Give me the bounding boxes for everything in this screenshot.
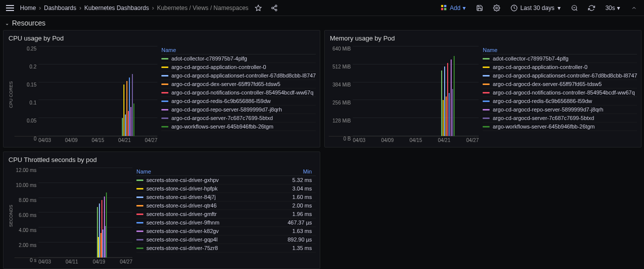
svg-marker-0	[256, 5, 262, 10]
chart-area[interactable]: SECONDS0 s2.00 ms4.00 ms6.00 ms8.00 ms10…	[7, 168, 132, 264]
legend-series-name[interactable]: argo-cd-argocd-dex-server-65ff97fd65-tds…	[171, 81, 316, 87]
legend-series-name[interactable]: argo-cd-argocd-dex-server-65ff97fd65-tds…	[493, 81, 637, 87]
save-icon[interactable]	[474, 2, 486, 14]
legend-series-name[interactable]: argo-cd-argocd-applicationset-controller…	[493, 72, 637, 78]
share-icon[interactable]	[268, 2, 280, 14]
panel-title[interactable]: CPU Throttled seconds by pod	[3, 152, 320, 166]
legend: NameMinsecrets-store-csi-driver-gxhpv5.3…	[136, 168, 316, 264]
legend-row[interactable]: argo-cd-argocd-redis-6c9b656886-l59dw	[161, 97, 316, 106]
legend-col-name[interactable]: Name	[483, 47, 637, 53]
legend-series-name[interactable]: secrets-store-csi-driver-hpfpk	[146, 186, 278, 192]
legend-series-name[interactable]: secrets-store-csi-driver-gqp4l	[146, 236, 278, 242]
chart-area[interactable]: CPU CORES00.050.10.150.20.2504/0304/0904…	[7, 46, 157, 143]
legend-row[interactable]: argo-cd-argocd-applicationset-controller…	[483, 72, 637, 80]
refresh-interval-button[interactable]: 30s ▾	[603, 4, 623, 12]
panel-title[interactable]: Memory usage by Pod	[325, 30, 641, 44]
add-panel-button[interactable]: Add ▾	[438, 4, 468, 12]
legend-series-name[interactable]: argo-workflows-server-645b946fbb-26tgm	[171, 124, 316, 130]
x-tick-label: 04/27	[120, 259, 132, 264]
y-ticks: 0 B128 MiB256 MiB384 MiB512 MiB640 MiB	[329, 46, 353, 136]
legend-row[interactable]: argo-cd-argocd-dex-server-65ff97fd65-tds…	[483, 80, 637, 88]
legend-series-name[interactable]: argo-cd-argocd-repo-server-5899999d7-j8q…	[171, 106, 316, 112]
plot-area[interactable]: 00.050.10.150.20.25	[14, 46, 157, 136]
legend-series-name[interactable]: secrets-store-csi-driver-84j7j	[146, 194, 278, 200]
legend-series-name[interactable]: adot-collector-c789975b7-4plfg	[493, 56, 637, 62]
legend-series-name[interactable]: secrets-store-csi-driver-gxhpv	[146, 177, 278, 183]
legend-series-name[interactable]: argo-cd-argocd-redis-6c9b656886-l59dw	[493, 98, 637, 104]
legend-series-name[interactable]: argo-cd-argocd-notifications-controller-…	[493, 90, 637, 96]
section-row-resources[interactable]: ⌄ Resources	[0, 16, 644, 30]
time-range-button[interactable]: Last 30 days ▾	[508, 4, 564, 12]
legend-row[interactable]: argo-cd-argocd-server-7c687c7699-5btxd	[483, 114, 637, 122]
legend-col-min[interactable]: Min	[281, 168, 316, 174]
legend-series-name[interactable]: secrets-store-csi-driver-qtr46	[146, 202, 278, 208]
series-spike	[133, 104, 134, 136]
legend-series-name[interactable]: argo-cd-argocd-server-7c687c7699-5btxd	[493, 115, 637, 121]
chevron-down-icon: ▾	[617, 4, 620, 12]
x-tick-label: 04/09	[381, 138, 394, 143]
legend-row[interactable]: secrets-store-csi-driver-75zr81.35 ms	[136, 244, 316, 252]
legend-swatch	[483, 109, 490, 110]
series-spike	[128, 111, 129, 136]
refresh-icon[interactable]	[586, 2, 598, 14]
legend-row[interactable]: secrets-store-csi-driver-gqp4l892.90 µs	[136, 236, 316, 244]
legend-row[interactable]: argo-workflows-server-645b946fbb-26tgm	[483, 122, 637, 131]
legend-row[interactable]: secrets-store-csi-driver-hpfpk3.04 ms	[136, 184, 316, 193]
star-icon[interactable]	[252, 2, 264, 14]
breadcrumb-current[interactable]: Kubernetes / Views / Namespaces	[157, 4, 248, 12]
hamburger-menu-icon[interactable]	[4, 3, 16, 13]
legend-series-name[interactable]: secrets-store-csi-driver-k82gv	[146, 228, 278, 234]
zoom-out-icon[interactable]	[569, 2, 581, 14]
legend-swatch	[161, 84, 168, 85]
legend-row[interactable]: argo-cd-argocd-dex-server-65ff97fd65-tds…	[161, 80, 316, 88]
legend-series-name[interactable]: argo-cd-argocd-repo-server-5899999d7-j8q…	[493, 106, 637, 112]
legend-series-name[interactable]: argo-workflows-server-645b946fbb-26tgm	[493, 124, 637, 130]
legend-row[interactable]: argo-cd-argocd-repo-server-5899999d7-j8q…	[483, 106, 637, 114]
legend-series-name[interactable]: argo-cd-argocd-application-controller-0	[171, 64, 316, 70]
legend-row[interactable]: adot-collector-c789975b7-4plfg	[483, 54, 637, 63]
legend-row[interactable]: argo-cd-argocd-application-controller-0	[483, 63, 637, 72]
legend-row[interactable]: secrets-store-csi-driver-k82gv1.63 ms	[136, 227, 316, 236]
legend-series-name[interactable]: argo-cd-argocd-redis-6c9b656886-l59dw	[171, 98, 316, 104]
panel-title[interactable]: CPU usage by Pod	[3, 30, 320, 44]
legend-row[interactable]: secrets-store-csi-driver-9fhnm467.37 µs	[136, 218, 316, 227]
chart-area[interactable]: 0 B128 MiB256 MiB384 MiB512 MiB640 MiB04…	[329, 46, 479, 143]
legend-series-name[interactable]: argo-cd-argocd-applicationset-controller…	[171, 72, 316, 78]
legend-col-name[interactable]: Name	[136, 168, 281, 174]
collapse-icon[interactable]	[628, 2, 640, 14]
series-spike	[447, 63, 448, 136]
breadcrumb-folder[interactable]: Kubernetes Dashbaords	[84, 4, 149, 12]
legend-row[interactable]: secrets-store-csi-driver-gxhpv5.32 ms	[136, 176, 316, 184]
legend-row[interactable]: adot-collector-c789975b7-4plfg	[161, 54, 316, 63]
legend-series-name[interactable]: adot-collector-c789975b7-4plfg	[171, 56, 316, 62]
legend: Nameadot-collector-c789975b7-4plfgargo-c…	[483, 46, 637, 143]
legend-series-name[interactable]: secrets-store-csi-driver-gmftr	[146, 211, 278, 217]
legend-row[interactable]: secrets-store-csi-driver-84j7j1.60 ms	[136, 193, 316, 202]
legend-row[interactable]: argo-cd-argocd-redis-6c9b656886-l59dw	[483, 97, 637, 106]
legend-row[interactable]: argo-workflows-server-645b946fbb-26tgm	[161, 122, 316, 131]
series-spike	[451, 60, 452, 136]
legend-series-name[interactable]: secrets-store-csi-driver-9fhnm	[146, 220, 278, 226]
legend-row[interactable]: secrets-store-csi-driver-qtr462.00 ms	[136, 202, 316, 210]
plot-area[interactable]: 0 B128 MiB256 MiB384 MiB512 MiB640 MiB	[329, 46, 479, 136]
legend-row[interactable]: argo-cd-argocd-server-7c687c7699-5btxd	[161, 114, 316, 122]
legend-row[interactable]: secrets-store-csi-driver-gmftr1.96 ms	[136, 210, 316, 218]
legend-series-name[interactable]: argo-cd-argocd-application-controller-0	[493, 64, 637, 70]
gear-icon[interactable]	[491, 2, 503, 14]
legend-series-name[interactable]: argo-cd-argocd-notifications-controller-…	[171, 90, 316, 96]
legend-swatch	[483, 126, 490, 128]
legend-series-name[interactable]: secrets-store-csi-driver-75zr8	[146, 245, 278, 251]
legend-row[interactable]: argo-cd-argocd-application-controller-0	[161, 63, 316, 72]
breadcrumb-home[interactable]: Home	[20, 4, 36, 12]
legend-row[interactable]: argo-cd-argocd-notifications-controller-…	[161, 88, 316, 97]
legend-row[interactable]: argo-cd-argocd-applicationset-controller…	[161, 72, 316, 80]
breadcrumb-dashboards[interactable]: Dashboards	[44, 4, 76, 12]
legend-col-name[interactable]: Name	[161, 47, 316, 53]
plot-area[interactable]: 0 s2.00 ms4.00 ms6.00 ms8.00 ms10.00 ms1…	[14, 168, 132, 258]
legend-swatch	[483, 92, 490, 94]
legend-row[interactable]: argo-cd-argocd-notifications-controller-…	[483, 88, 637, 97]
legend-series-name[interactable]: argo-cd-argocd-server-7c687c7699-5btxd	[171, 115, 316, 121]
svg-rect-6	[441, 4, 443, 6]
legend-row[interactable]: argo-cd-argocd-repo-server-5899999d7-j8q…	[161, 106, 316, 114]
x-tick-label: 04/15	[410, 138, 422, 143]
